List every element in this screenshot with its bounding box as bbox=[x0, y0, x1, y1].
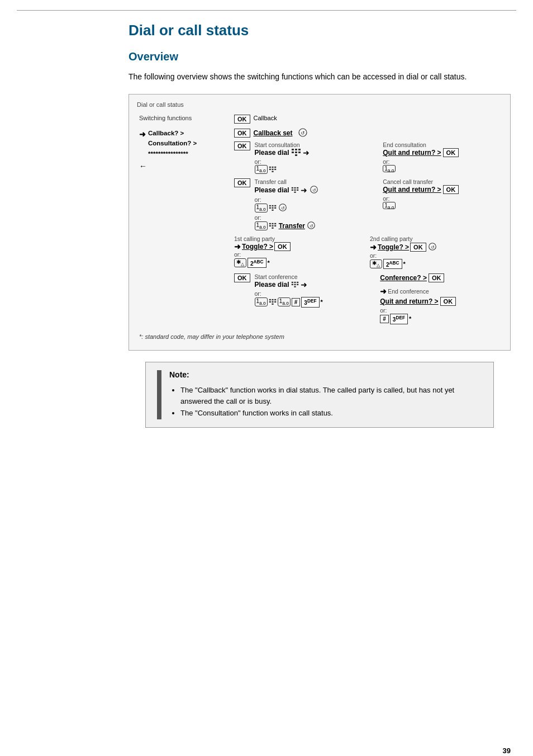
note-list: The "Callback" function works in dial st… bbox=[169, 385, 482, 419]
ok-box-quit3: OK bbox=[440, 297, 456, 306]
svg-text:↺: ↺ bbox=[310, 224, 313, 229]
svg-rect-14 bbox=[274, 168, 276, 169]
conference-text: Conference? > bbox=[380, 274, 427, 282]
svg-rect-54 bbox=[274, 299, 276, 300]
note-content: Note: The "Callback" function works in d… bbox=[169, 370, 482, 419]
redial-icon-3: 1a.o bbox=[255, 204, 268, 212]
svg-text:↺: ↺ bbox=[312, 188, 316, 193]
ok-box-quit2: OK bbox=[443, 185, 459, 194]
overview-text: The following overview shows the switchi… bbox=[129, 71, 511, 83]
svg-rect-16 bbox=[291, 187, 293, 188]
star-key-2: ✱△ bbox=[370, 259, 382, 268]
page-container: Dial or call status Overview The followi… bbox=[0, 10, 533, 756]
transfer-section: OK Transfer call Please dial bbox=[234, 178, 500, 231]
or-4: or: bbox=[383, 195, 500, 202]
cancel-call-transfer-label: Cancel call transfer bbox=[383, 178, 500, 185]
svg-rect-2 bbox=[292, 149, 294, 150]
svg-rect-13 bbox=[272, 168, 273, 169]
consultation-section: OK Start consultation Please dial bbox=[234, 141, 500, 174]
svg-rect-12 bbox=[269, 168, 270, 169]
star-1: * bbox=[268, 259, 270, 266]
start-conference-label: Start conference bbox=[255, 273, 375, 280]
ok-box-inside-callback: OK bbox=[234, 129, 250, 138]
arrow-left-1: ← bbox=[139, 162, 147, 171]
svg-rect-36 bbox=[274, 223, 276, 224]
star-4: * bbox=[409, 315, 411, 322]
transfer-text: Transfer bbox=[279, 222, 305, 230]
phone-icon-3: ↺ bbox=[278, 203, 288, 213]
toggle2-text: Toggle? > bbox=[378, 243, 409, 251]
or-9: or: bbox=[380, 307, 500, 314]
two-abc-key-2: 2ABC bbox=[383, 259, 402, 269]
svg-rect-49 bbox=[294, 284, 296, 285]
redial-icon-6: 1a.o bbox=[255, 297, 268, 306]
redial-icon-4: 1a.o bbox=[255, 221, 268, 230]
star-key-1: ✱△ bbox=[234, 258, 246, 267]
svg-rect-17 bbox=[294, 187, 296, 188]
keypad-icon-1 bbox=[291, 148, 301, 157]
svg-rect-47 bbox=[297, 282, 298, 283]
phone-icon-5: ↺ bbox=[427, 242, 437, 252]
or-7: or: bbox=[370, 252, 500, 259]
keypad-icon-6 bbox=[291, 281, 299, 289]
or-2: or: bbox=[383, 158, 500, 165]
flow-arrow-3: ➜ bbox=[234, 242, 241, 251]
please-dial-3: Please dial bbox=[255, 281, 289, 289]
svg-rect-3 bbox=[295, 149, 297, 150]
svg-rect-55 bbox=[269, 301, 270, 303]
diagram-box: Dial or call status Switching functions … bbox=[129, 94, 511, 351]
main-content: Dial or call status Overview The followi… bbox=[129, 22, 511, 428]
svg-rect-25 bbox=[269, 205, 270, 206]
svg-text:↺: ↺ bbox=[301, 130, 305, 136]
start-consultation-label: Start consultation bbox=[255, 141, 372, 148]
ok-box-toggle1: OK bbox=[274, 242, 291, 251]
svg-rect-39 bbox=[274, 225, 276, 226]
phone-icon-1: ↺ bbox=[297, 128, 308, 138]
ok-box-consult: OK bbox=[234, 141, 250, 150]
or-6: or: bbox=[234, 251, 364, 258]
quit-return-2: Quit and return? > bbox=[383, 186, 441, 193]
svg-rect-50 bbox=[297, 284, 298, 285]
keypad-icon-7 bbox=[269, 299, 277, 306]
svg-rect-56 bbox=[272, 301, 273, 303]
diagram-main: Switching functions OK Callback ➜ Callba… bbox=[137, 111, 502, 343]
please-dial-2: Please dial bbox=[255, 186, 289, 194]
callback-set-text: Callback set bbox=[254, 129, 293, 137]
phone-icon-4: ↺ bbox=[306, 221, 316, 231]
svg-rect-15 bbox=[272, 171, 273, 172]
svg-rect-30 bbox=[274, 207, 276, 208]
svg-rect-27 bbox=[274, 205, 276, 206]
svg-rect-5 bbox=[292, 152, 294, 153]
arrow-right-1: ➜ bbox=[139, 128, 146, 140]
svg-rect-52 bbox=[269, 299, 270, 300]
ok-box-conference: OK bbox=[234, 273, 250, 282]
three-def-key-1: 3DEF bbox=[301, 297, 319, 307]
svg-rect-28 bbox=[269, 207, 270, 208]
svg-rect-46 bbox=[294, 282, 296, 283]
note-stripe bbox=[157, 370, 161, 419]
diagram-top-label: Dial or call status bbox=[137, 101, 502, 108]
ok-box-toggle2: OK bbox=[410, 243, 426, 252]
end-conference-label: End conference bbox=[388, 288, 429, 295]
note-title: Note: bbox=[169, 370, 482, 379]
end-consultation-label: End consultation bbox=[383, 141, 500, 148]
sidebar-item-callback: Callback? > bbox=[148, 128, 197, 138]
svg-rect-26 bbox=[272, 205, 273, 206]
svg-rect-38 bbox=[272, 225, 273, 226]
svg-rect-8 bbox=[295, 154, 297, 156]
keypad-icon-4 bbox=[269, 205, 277, 212]
svg-rect-19 bbox=[291, 189, 293, 190]
svg-rect-48 bbox=[291, 284, 293, 285]
standard-code-note: *: standard code, may differ in your tel… bbox=[139, 333, 500, 340]
hash-key-2: # bbox=[380, 315, 389, 323]
svg-rect-29 bbox=[272, 207, 273, 208]
callback-label: Callback bbox=[254, 115, 277, 121]
phone-icon-2: ↺ bbox=[309, 185, 319, 195]
ok-box-conf: OK bbox=[429, 273, 445, 282]
flow-arrow-2: ➜ bbox=[301, 186, 307, 195]
ok-box-transfer: OK bbox=[234, 178, 250, 187]
svg-rect-35 bbox=[272, 223, 273, 224]
svg-text:↺: ↺ bbox=[280, 206, 284, 211]
top-rule bbox=[17, 10, 516, 11]
svg-rect-37 bbox=[269, 225, 270, 226]
